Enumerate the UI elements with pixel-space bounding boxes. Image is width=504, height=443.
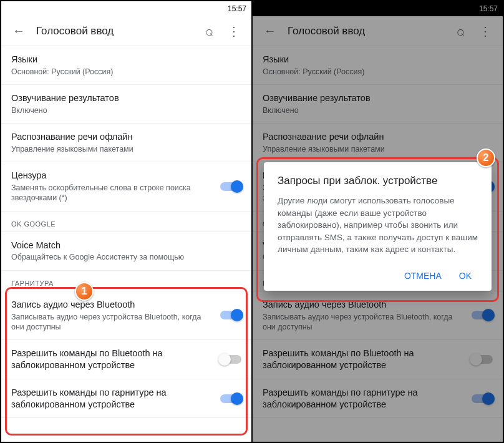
section-headset: ГАРНИТУРА bbox=[1, 271, 251, 291]
dialog-title: Запросы при заблок. устройстве bbox=[278, 175, 478, 187]
row-subtitle: Обращайтесь к Google Ассистенту за помощ… bbox=[11, 252, 236, 262]
screen-left: 15:57 Голосовой ввод Языки Основной: Рус… bbox=[1, 1, 251, 442]
row-voice-match[interactable]: Voice Match Обращайтесь к Google Ассисте… bbox=[1, 232, 251, 271]
dialog-body: Другие люди смогут использовать голосовы… bbox=[278, 195, 478, 256]
search-icon[interactable] bbox=[196, 19, 221, 44]
app-bar: Голосовой ввод bbox=[1, 16, 251, 46]
row-censor[interactable]: Цензура Заменять оскорбительные слова в … bbox=[1, 162, 251, 211]
row-subtitle: Управление языковыми пакетами bbox=[11, 144, 236, 154]
row-speak-results[interactable]: Озвучивание результатов Включено bbox=[1, 85, 251, 124]
status-bar: 15:57 bbox=[1, 1, 251, 16]
row-headset-locked[interactable]: Разрешить команды по гарнитуре на заблок… bbox=[1, 379, 251, 419]
row-title: Разрешить команды по Bluetooth на заблок… bbox=[11, 348, 215, 371]
row-subtitle: Заменять оскорбительные слова в строке п… bbox=[11, 183, 215, 203]
switch-bt-locked[interactable] bbox=[220, 355, 241, 364]
cancel-button[interactable]: ОТМЕНА bbox=[398, 266, 448, 286]
status-time: 15:57 bbox=[228, 4, 246, 13]
row-title: Озвучивание результатов bbox=[11, 92, 236, 104]
row-subtitle: Включено bbox=[11, 105, 236, 115]
row-title: Цензура bbox=[11, 170, 215, 182]
switch-headset-locked[interactable] bbox=[220, 394, 241, 403]
row-languages[interactable]: Языки Основной: Русский (Россия) bbox=[1, 46, 251, 85]
row-title: Языки bbox=[11, 54, 236, 66]
confirm-dialog: Запросы при заблок. устройстве Другие лю… bbox=[264, 162, 492, 291]
row-title: Разрешить команды по гарнитуре на заблок… bbox=[11, 387, 215, 411]
back-icon[interactable] bbox=[6, 19, 31, 44]
page-title: Голосовой ввод bbox=[31, 25, 196, 37]
more-icon[interactable] bbox=[221, 19, 246, 44]
row-subtitle: Основной: Русский (Россия) bbox=[11, 67, 236, 77]
annotation-badge-2: 2 bbox=[477, 148, 495, 167]
row-bt-record[interactable]: Запись аудио через Bluetooth Записывать … bbox=[1, 291, 251, 340]
row-bt-locked[interactable]: Разрешить команды по Bluetooth на заблок… bbox=[1, 340, 251, 379]
annotation-badge-1: 1 bbox=[75, 282, 94, 301]
row-offline[interactable]: Распознавание речи офлайн Управление язы… bbox=[1, 124, 251, 162]
section-okgoogle: OK GOOGLE bbox=[1, 212, 251, 232]
row-title: Распознавание речи офлайн bbox=[11, 131, 236, 143]
settings-list: Языки Основной: Русский (Россия) Озвучив… bbox=[1, 46, 251, 442]
screen-right: 15:57 Голосовой ввод Языки Основной: Рус… bbox=[253, 1, 503, 442]
row-title: Запись аудио через Bluetooth bbox=[11, 299, 215, 311]
row-subtitle: Записывать аудио через устройства Blueto… bbox=[11, 312, 215, 333]
ok-button[interactable]: OK bbox=[453, 266, 478, 286]
row-title: Voice Match bbox=[11, 240, 236, 251]
switch-censor[interactable] bbox=[220, 182, 241, 191]
switch-bt-record[interactable] bbox=[220, 311, 241, 319]
